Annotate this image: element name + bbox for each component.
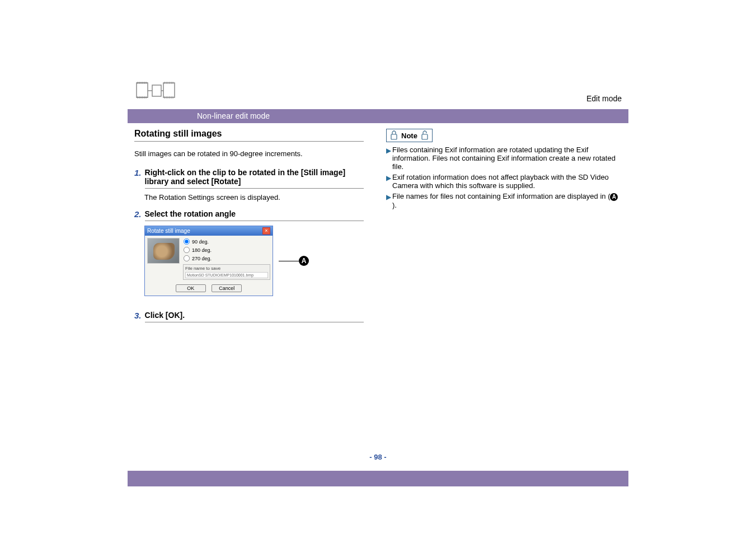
step-title: Select the rotation angle — [145, 209, 364, 221]
left-column: Rotating still images Still images can b… — [134, 129, 364, 330]
radio-180-label: 180 deg. — [192, 247, 212, 253]
step-number: 2. — [134, 209, 142, 219]
note-text-tail: ). — [392, 201, 397, 209]
step-title: Click [OK]. — [145, 311, 364, 322]
section-title: Non-linear edit mode — [192, 109, 274, 123]
page-number: - 98 - — [0, 453, 756, 461]
footer-bar — [128, 471, 628, 486]
topic-heading: Rotating still images — [134, 129, 364, 142]
note-text-part: File names for files not containing Exif… — [392, 192, 610, 200]
close-icon[interactable]: × — [262, 227, 270, 235]
section-banner: Non-linear edit mode — [128, 109, 628, 123]
note-label: Note — [401, 132, 417, 140]
dialog-thumbnail — [147, 238, 180, 264]
bullet-icon: ▶ — [386, 147, 391, 154]
dialog-options: 90 deg. 180 deg. 270 deg. File name to s… — [183, 238, 270, 280]
svg-rect-33 — [422, 134, 428, 139]
note-list: ▶ Files containing Exif information are … — [386, 146, 622, 209]
note-header: Note — [386, 129, 433, 142]
note-item: ▶ File names for files not containing Ex… — [386, 192, 622, 209]
ok-button[interactable]: OK — [176, 284, 206, 292]
rotate-dialog: Rotate still image × 90 deg. 180 deg. 27… — [144, 226, 273, 296]
marker-a-inline-icon: A — [610, 193, 618, 201]
note-item: ▶ Files containing Exif information are … — [386, 146, 622, 171]
step-number: 3. — [134, 311, 142, 320]
svg-rect-16 — [163, 83, 175, 97]
cancel-button[interactable]: Cancel — [212, 284, 242, 292]
topic-intro: Still images can be rotated in 90-degree… — [134, 149, 364, 158]
note-text: Exif rotation information does not affec… — [392, 173, 622, 190]
radio-90-label: 90 deg. — [192, 239, 209, 245]
padlock-open-icon — [421, 130, 429, 140]
filesave-group: File name to save MotionSD STUDIO/EMP101… — [183, 264, 270, 280]
radio-270-label: 270 deg. — [192, 256, 212, 261]
radio-270[interactable] — [184, 255, 190, 261]
note-text: File names for files not containing Exif… — [392, 192, 622, 209]
step-desc: The Rotation Settings screen is displaye… — [144, 193, 364, 202]
radio-180[interactable] — [184, 247, 190, 253]
filesave-label: File name to save — [185, 266, 268, 271]
padlock-icon — [390, 130, 398, 140]
marker-a-icon: A — [299, 256, 309, 266]
right-column: Note ▶ Files containing Exif information… — [386, 129, 622, 330]
callout-a: A — [279, 256, 309, 266]
svg-rect-0 — [137, 83, 148, 97]
filmstrip-icon — [135, 78, 177, 105]
step-title: Right-click on the clip to be rotated in… — [145, 168, 364, 189]
bullet-icon: ▶ — [386, 174, 391, 182]
step-3: 3. Click [OK]. — [134, 311, 364, 322]
dialog-title-text: Rotate still image — [147, 228, 190, 234]
step-2: 2. Select the rotation angle Rotate stil… — [134, 209, 364, 296]
svg-rect-15 — [152, 85, 161, 96]
note-text: Files containing Exif information are ro… — [392, 146, 622, 171]
radio-90[interactable] — [184, 238, 190, 245]
step-number: 1. — [134, 168, 142, 177]
note-item: ▶ Exif rotation information does not aff… — [386, 173, 622, 190]
mode-label: Edit mode — [586, 94, 622, 103]
content-columns: Rotating still images Still images can b… — [134, 129, 622, 330]
svg-rect-31 — [391, 134, 397, 139]
dialog-titlebar: Rotate still image × — [145, 226, 273, 236]
step-1: 1. Right-click on the clip to be rotated… — [134, 168, 364, 202]
dialog-block: Rotate still image × 90 deg. 180 deg. 27… — [144, 226, 364, 296]
bullet-icon: ▶ — [386, 193, 391, 201]
filesave-path[interactable]: MotionSD STUDIO/EMP1010001.bmp — [185, 272, 268, 278]
